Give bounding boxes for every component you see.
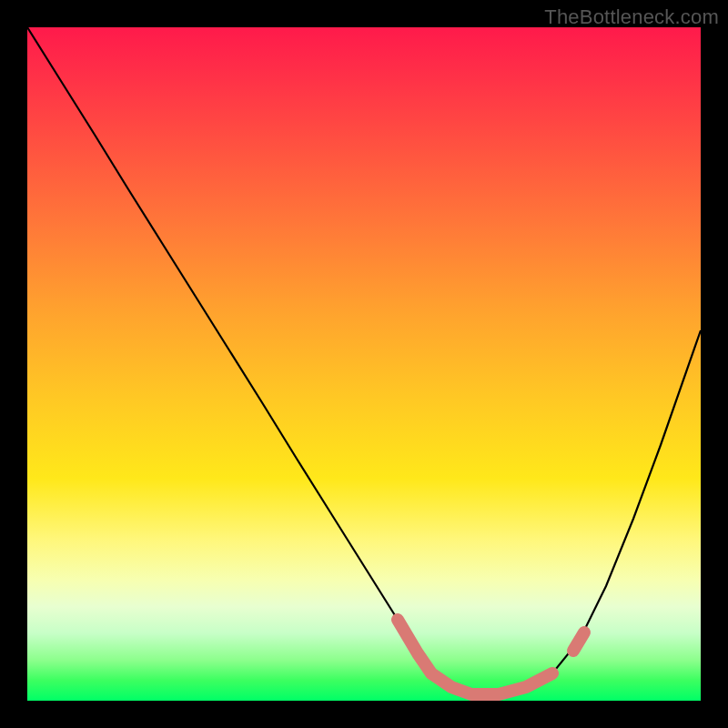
watermark-text: TheBottleneck.com: [544, 5, 719, 29]
plot-area: [27, 27, 701, 701]
trough-highlight-dot: [573, 632, 584, 651]
trough-highlight: [398, 620, 552, 694]
bottleneck-curve-svg: [27, 27, 701, 701]
chart-frame: TheBottleneck.com: [0, 0, 728, 728]
bottleneck-curve: [27, 27, 701, 694]
